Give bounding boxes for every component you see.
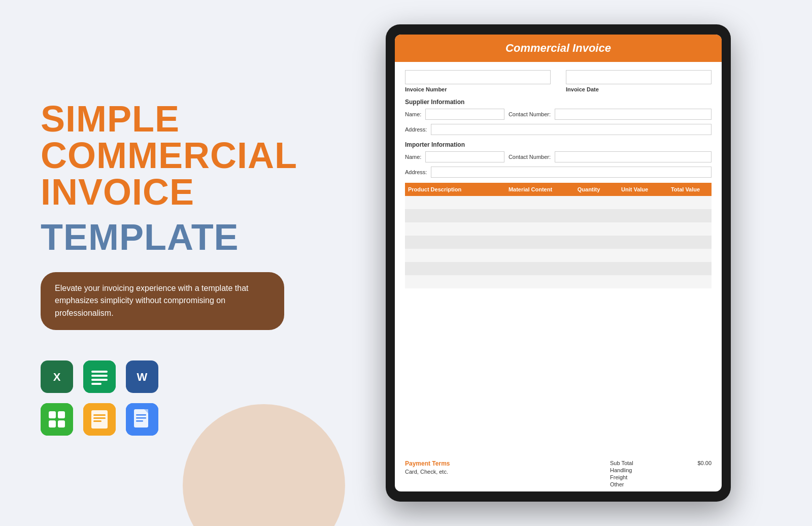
- svg-rect-5: [91, 379, 108, 381]
- invoice-number-date-row: Invoice Number Invoice Date: [405, 70, 712, 92]
- supplier-address-row: Address:: [405, 124, 712, 135]
- svg-rect-11: [58, 411, 65, 418]
- svg-rect-10: [49, 411, 56, 418]
- subtotal-value: $0.00: [681, 460, 712, 466]
- invoice-footer: Payment Terms Card, Check, etc. Sub Tota…: [395, 456, 722, 491]
- table-row: [405, 196, 712, 209]
- importer-contact-label: Contact Number:: [509, 154, 551, 160]
- word-icon: W: [126, 360, 158, 393]
- table-row: [405, 222, 712, 236]
- supplier-name-label: Name:: [405, 111, 421, 117]
- supplier-address-label: Address:: [405, 126, 427, 133]
- payment-terms-section: Payment Terms Card, Check, etc.: [405, 460, 610, 475]
- table-row: [405, 236, 712, 249]
- table-row: [405, 249, 712, 262]
- svg-rect-4: [91, 375, 108, 377]
- payment-terms-text: Card, Check, etc.: [405, 469, 610, 475]
- google-docs-icon: [126, 403, 158, 436]
- subtotal-row: Sub Total $0.00: [610, 460, 712, 466]
- col-product: Product Description: [405, 183, 493, 196]
- col-quantity: Quantity: [567, 183, 610, 196]
- invoice-number-label: Invoice Number: [405, 86, 551, 92]
- svg-rect-6: [91, 383, 101, 385]
- tablet-frame: Commercial Invoice Invoice Number Invoic…: [386, 24, 731, 502]
- svg-text:X: X: [53, 371, 61, 383]
- table-row: [405, 209, 712, 222]
- svg-rect-12: [49, 420, 56, 428]
- supplier-address-input[interactable]: [431, 124, 712, 135]
- importer-name-input[interactable]: [425, 151, 504, 162]
- importer-address-row: Address:: [405, 167, 712, 178]
- supplier-contact-label: Contact Number:: [509, 111, 551, 117]
- other-value: [681, 481, 712, 487]
- importer-address-input[interactable]: [431, 167, 712, 178]
- google-sheets-icon: [83, 360, 116, 393]
- handling-row: Handling: [610, 467, 712, 473]
- svg-rect-15: [91, 410, 108, 429]
- col-unit-value: Unit Value: [610, 183, 659, 196]
- svg-rect-21: [136, 414, 146, 416]
- svg-rect-17: [93, 417, 106, 419]
- freight-value: [681, 474, 712, 480]
- tablet-screen: Commercial Invoice Invoice Number Invoic…: [395, 35, 722, 491]
- handling-label: Handling: [610, 467, 632, 473]
- handling-value: [681, 467, 712, 473]
- totals-section: Sub Total $0.00 Handling Freight Other: [610, 460, 712, 487]
- importer-section-title: Importer Information: [405, 141, 712, 148]
- importer-address-label: Address:: [405, 169, 427, 175]
- supplier-name-input[interactable]: [425, 109, 504, 120]
- product-table: Product Description Material Content Qua…: [405, 183, 712, 288]
- table-header-row: Product Description Material Content Qua…: [405, 183, 712, 196]
- invoice-body: Invoice Number Invoice Date Supplier Inf…: [395, 62, 722, 456]
- payment-terms-title: Payment Terms: [405, 460, 610, 467]
- col-total-value: Total Value: [659, 183, 712, 196]
- svg-rect-22: [136, 417, 146, 419]
- supplier-contact-input[interactable]: [555, 109, 712, 120]
- table-row: [405, 262, 712, 275]
- invoice-number-input[interactable]: [405, 70, 551, 84]
- importer-contact-input[interactable]: [555, 151, 712, 162]
- invoice-title: Commercial Invoice: [405, 42, 712, 55]
- freight-label: Freight: [610, 474, 627, 480]
- svg-rect-23: [136, 420, 143, 422]
- table-row: [405, 275, 712, 288]
- col-material: Material Content: [493, 183, 567, 196]
- invoice-date-input[interactable]: [566, 70, 712, 84]
- importer-name-label: Name:: [405, 154, 421, 160]
- svg-rect-16: [93, 414, 106, 416]
- supplier-name-row: Name: Contact Number:: [405, 109, 712, 120]
- main-title: SIMPLE COMMERCIAL INVOICE TEMPLATE: [41, 101, 284, 272]
- excel-icon: X: [41, 360, 73, 393]
- svg-rect-18: [93, 420, 101, 422]
- svg-rect-9: [41, 403, 73, 436]
- invoice-date-label: Invoice Date: [566, 86, 712, 92]
- other-label: Other: [610, 481, 624, 487]
- freight-row: Freight: [610, 474, 712, 480]
- svg-text:W: W: [137, 371, 148, 383]
- invoice-header: Commercial Invoice: [395, 35, 722, 62]
- other-row: Other: [610, 481, 712, 487]
- svg-rect-13: [58, 420, 65, 428]
- importer-name-row: Name: Contact Number:: [405, 151, 712, 162]
- left-panel: SIMPLE COMMERCIAL INVOICE TEMPLATE Eleva…: [0, 0, 315, 526]
- subtotal-label: Sub Total: [610, 460, 633, 466]
- right-panel: Commercial Invoice Invoice Number Invoic…: [315, 0, 812, 526]
- supplier-section-title: Supplier Information: [405, 98, 712, 106]
- numbers-icon: [41, 403, 73, 436]
- description-box: Elevate your invoicing experience with a…: [41, 272, 284, 330]
- pages-icon: [83, 403, 116, 436]
- invoice-date-group: Invoice Date: [566, 70, 712, 92]
- svg-rect-3: [91, 371, 108, 373]
- invoice-number-group: Invoice Number: [405, 70, 551, 92]
